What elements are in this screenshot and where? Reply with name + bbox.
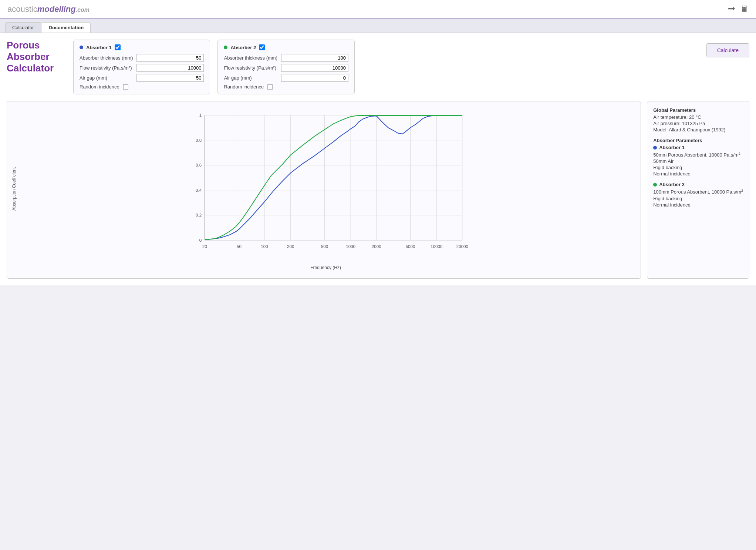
absorber2-dot	[224, 46, 227, 49]
absorber1-info-line2: 50mm Air	[653, 158, 743, 164]
global-params-title: Global Parameters	[653, 107, 743, 113]
chart-area: Absorption Coefficient 1 0.8 0.6	[10, 107, 635, 270]
absorber1-thickness-input[interactable]	[136, 54, 204, 62]
svg-text:10000: 10000	[431, 244, 442, 249]
air-temp: Air temperature: 20 °C	[653, 114, 743, 120]
absorber2-thickness-row: Absorber thickness (mm)	[224, 54, 348, 62]
y-axis-label: Absorption Coefficient	[10, 107, 17, 270]
chart-right: 1 0.8 0.6 0.4 0.2 0	[17, 107, 635, 270]
chart-svg: 1 0.8 0.6 0.4 0.2 0	[17, 107, 635, 264]
absorber2-airgap-input[interactable]	[281, 74, 348, 82]
absorber1-random-row: Random incidence	[80, 84, 204, 90]
absorber1-info-header: Absorber 1	[653, 145, 743, 150]
header-icons: ⮕ 🖩	[728, 4, 749, 14]
top-section: PorousAbsorberCalculator Absorber 1 Abso…	[7, 40, 749, 94]
absorber1-airgap-row: Air gap (mm)	[80, 74, 204, 82]
absorber2-airgap-label: Air gap (mm)	[224, 75, 252, 81]
svg-text:20: 20	[202, 244, 207, 249]
model: Model: Allard & Champoux (1992)	[653, 127, 743, 133]
absorber2-label: Absorber 2	[230, 45, 256, 50]
main-content: PorousAbsorberCalculator Absorber 1 Abso…	[0, 33, 756, 285]
svg-text:2000: 2000	[372, 244, 381, 249]
svg-text:0.2: 0.2	[196, 212, 202, 217]
absorber1-resistivity-row: Flow resistivity (Pa.s/m²)	[80, 64, 204, 72]
absorber1-info-label: Absorber 1	[659, 145, 685, 150]
absorber2-info-line3: Normal incidence	[653, 202, 743, 208]
absorber1-info-dot	[653, 146, 657, 150]
tab-calculator[interactable]: Calculator	[5, 22, 41, 33]
absorber2-thickness-label: Absorber thickness (mm)	[224, 55, 277, 61]
absorber2-info-header: Absorber 2	[653, 182, 743, 187]
absorber1-info-line4: Normal incidence	[653, 171, 743, 177]
absorber1-thickness-label: Absorber thickness (mm)	[80, 55, 133, 61]
absorber1-info-line1: 50mm Porous Absorbent, 10000 Pa.s/m2	[653, 152, 743, 158]
absorber1-airgap-label: Air gap (mm)	[80, 75, 107, 81]
svg-text:0: 0	[199, 238, 202, 242]
svg-text:1000: 1000	[346, 244, 355, 249]
svg-text:200: 200	[287, 244, 294, 249]
absorber2-airgap-row: Air gap (mm)	[224, 74, 348, 82]
air-pressure: Air pressure: 101325 Pa	[653, 121, 743, 126]
bottom-section: Absorption Coefficient 1 0.8 0.6	[7, 101, 749, 279]
absorber2-random-row: Random incidence	[224, 84, 348, 90]
svg-text:500: 500	[321, 244, 328, 249]
svg-text:20000: 20000	[456, 244, 468, 249]
absorber2-resistivity-row: Flow resistivity (Pa.s/m²)	[224, 64, 348, 72]
header: acousticmodelling.com ⮕ 🖩	[0, 0, 756, 19]
absorber1-title: Absorber 1	[80, 44, 204, 50]
absorber1-resistivity-label: Flow resistivity (Pa.s/m²)	[80, 65, 132, 71]
absorber1-resistivity-input[interactable]	[136, 64, 204, 72]
absorber1-checkbox[interactable]	[115, 44, 121, 50]
tabs-bar: Calculator Documentation	[0, 19, 756, 33]
page-title: PorousAbsorberCalculator	[7, 40, 66, 74]
logo-italic: modelling	[37, 4, 76, 14]
absorber1-thickness-row: Absorber thickness (mm)	[80, 54, 204, 62]
absorber2-checkbox[interactable]	[259, 44, 265, 50]
absorber2-box: Absorber 2 Absorber thickness (mm) Flow …	[217, 40, 354, 94]
svg-text:100: 100	[261, 244, 268, 249]
absorber-params-section: Absorber Parameters Absorber 1 50mm Poro…	[653, 138, 743, 208]
svg-text:0.4: 0.4	[196, 188, 202, 192]
login-icon[interactable]: ⮕	[728, 4, 736, 14]
absorber-params-title: Absorber Parameters	[653, 138, 743, 143]
absorber2-random-checkbox[interactable]	[267, 84, 273, 90]
calculate-button[interactable]: Calculate	[706, 43, 749, 57]
absorber1-airgap-input[interactable]	[136, 74, 204, 82]
svg-text:0.8: 0.8	[196, 138, 202, 142]
absorber1-dot	[80, 46, 83, 49]
info-panel: Global Parameters Air temperature: 20 °C…	[647, 101, 749, 279]
absorber2-title: Absorber 2	[224, 44, 348, 50]
absorber1-random-checkbox[interactable]	[123, 84, 128, 90]
calculator-icon[interactable]: 🖩	[740, 4, 749, 14]
absorber2-info-label: Absorber 2	[659, 182, 685, 187]
x-axis-label: Frequency (Hz)	[17, 265, 635, 270]
absorber1-box: Absorber 1 Absorber thickness (mm) Flow …	[73, 40, 210, 94]
absorber2-info-line2: Rigid backing	[653, 196, 743, 201]
absorber1-info-line3: Rigid backing	[653, 165, 743, 170]
absorber1-label: Absorber 1	[86, 45, 112, 50]
absorber2-random-label: Random incidence	[224, 84, 264, 90]
svg-text:1: 1	[199, 113, 202, 117]
svg-text:5000: 5000	[406, 244, 415, 249]
absorber2-info-line1: 100mm Porous Absorbent, 10000 Pa.s/m2	[653, 189, 743, 195]
svg-text:50: 50	[237, 244, 242, 249]
chart-container: Absorption Coefficient 1 0.8 0.6	[7, 101, 641, 279]
svg-text:0.6: 0.6	[196, 162, 202, 167]
absorber2-thickness-input[interactable]	[281, 54, 348, 62]
absorber1-random-label: Random incidence	[80, 84, 119, 90]
absorber2-resistivity-input[interactable]	[281, 64, 348, 72]
absorber2-resistivity-label: Flow resistivity (Pa.s/m²)	[224, 65, 276, 71]
logo: acousticmodelling.com	[7, 4, 90, 14]
tab-documentation[interactable]: Documentation	[42, 22, 91, 33]
absorber2-info-dot	[653, 183, 657, 187]
logo-suffix: .com	[76, 7, 90, 13]
